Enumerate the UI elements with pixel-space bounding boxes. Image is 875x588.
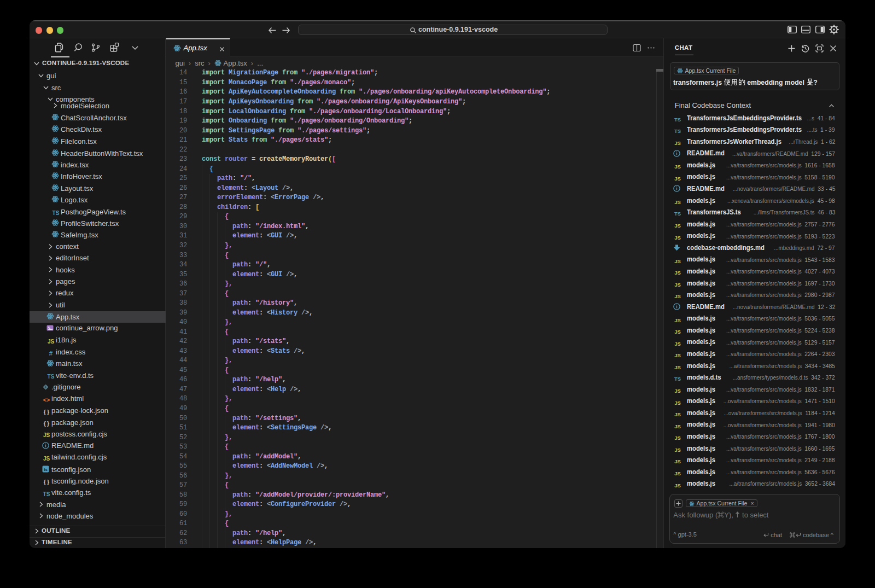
svg-text:ts: ts: [44, 467, 48, 472]
